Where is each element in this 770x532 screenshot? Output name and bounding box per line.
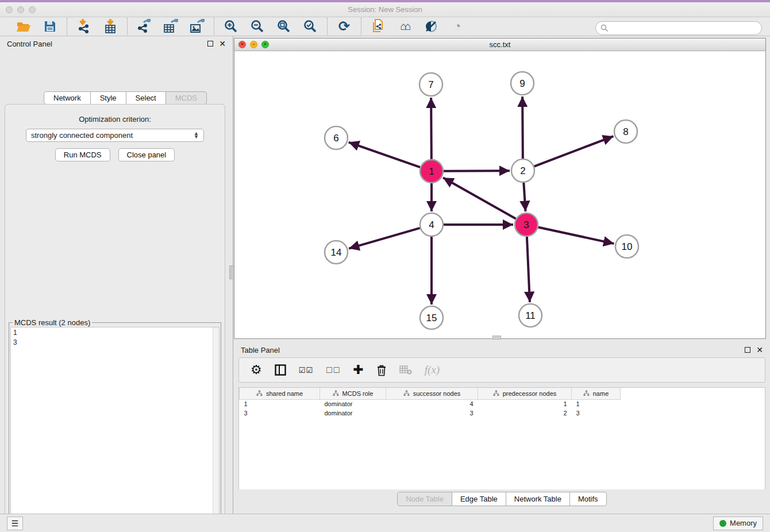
- graph-edge-2-3[interactable]: [523, 183, 525, 211]
- mcds-result-text: 1 3: [11, 327, 219, 348]
- close-panel-button[interactable]: Close panel: [118, 148, 175, 161]
- memory-status-dot: [719, 520, 726, 527]
- tab-style[interactable]: Style: [91, 91, 126, 105]
- graph-edge-1-7[interactable]: [431, 98, 432, 159]
- graph-edge-4-14[interactable]: [349, 228, 420, 249]
- table-cell[interactable]: 1: [478, 399, 572, 408]
- export-network-icon[interactable]: [136, 18, 153, 34]
- delete-table-icon[interactable]: [399, 365, 412, 375]
- graph-edge-3-11[interactable]: [527, 237, 530, 302]
- table-cell[interactable]: 3: [240, 408, 320, 418]
- network-graph[interactable]: 7968124314101511: [234, 51, 765, 338]
- task-history-button[interactable]: ☰: [7, 516, 23, 530]
- export-image-icon[interactable]: [188, 18, 206, 34]
- minimize-window-button[interactable]: [17, 6, 24, 13]
- column-header-label: successor nodes: [413, 390, 461, 397]
- birds-eye-view-icon[interactable]: ◔: [449, 18, 466, 34]
- zoom-out-icon[interactable]: [249, 18, 266, 34]
- table-options-gear-icon[interactable]: ⚙: [251, 363, 262, 377]
- zoom-fit-icon[interactable]: [275, 18, 292, 34]
- show-column-panel-icon[interactable]: [275, 364, 286, 376]
- select-stepper-icon: ▲ ▼: [194, 132, 199, 139]
- criterion-select[interactable]: strongly connected component ▲ ▼: [26, 129, 204, 142]
- graph-edge-2-9[interactable]: [522, 97, 523, 159]
- tab-network-table[interactable]: Network Table: [506, 492, 570, 506]
- horizontal-splitter-grip[interactable]: [492, 336, 501, 340]
- zoom-in-icon[interactable]: [222, 18, 240, 34]
- function-builder-icon[interactable]: f(x): [425, 364, 440, 376]
- column-header-label: name: [593, 390, 609, 397]
- create-column-icon[interactable]: ✚: [353, 363, 363, 377]
- toggle-graphics-details-icon[interactable]: [422, 18, 440, 34]
- mcds-result-scrollbar[interactable]: [213, 327, 219, 529]
- tab-mcds[interactable]: MCDS: [166, 91, 207, 105]
- network-view-window: ✕ − + scc.txt 7968124314101511: [234, 38, 766, 339]
- graph-edge-1-2[interactable]: [444, 171, 510, 171]
- control-panel: Control Panel ✕ Network Style Select MCD…: [0, 36, 233, 514]
- float-panel-icon[interactable]: [745, 347, 750, 353]
- maximize-window-button[interactable]: [29, 6, 36, 13]
- table-cell[interactable]: dominator: [320, 408, 386, 418]
- table-cell[interactable]: 2: [478, 408, 572, 418]
- hierarchy-icon: [583, 390, 590, 396]
- graph-node-label: 2: [520, 165, 525, 176]
- clone-network-icon[interactable]: [369, 18, 387, 34]
- status-bar: ☰ Memory: [0, 514, 770, 532]
- table-cell[interactable]: 1: [240, 399, 320, 408]
- first-neighbors-icon[interactable]: ⌂⌂: [396, 18, 413, 34]
- column-header-successor-nodes[interactable]: successor nodes: [386, 388, 478, 399]
- graph-edge-1-6[interactable]: [349, 142, 420, 167]
- tab-edge-table[interactable]: Edge Table: [452, 492, 506, 506]
- table-cell[interactable]: 4: [386, 399, 478, 408]
- table-cell[interactable]: 3: [572, 408, 621, 418]
- tab-motifs[interactable]: Motifs: [570, 492, 607, 506]
- column-header-shared-name[interactable]: shared name: [240, 388, 320, 399]
- import-network-icon[interactable]: [75, 18, 93, 34]
- table-panel-tabs: Node Table Edge Table Network Table Moti…: [234, 492, 770, 506]
- graph-edge-3-10[interactable]: [538, 227, 614, 244]
- column-header-predecessor-nodes[interactable]: predecessor nodes: [478, 388, 572, 399]
- save-session-icon[interactable]: [41, 18, 59, 34]
- import-table-icon[interactable]: [102, 18, 119, 34]
- column-header-MCDS-role[interactable]: MCDS role: [320, 388, 386, 399]
- delete-columns-trash-icon[interactable]: [376, 364, 387, 376]
- graph-node-label: 11: [525, 310, 536, 321]
- table-cell[interactable]: 1: [572, 399, 621, 408]
- export-table-icon[interactable]: [162, 18, 179, 34]
- zoom-selected-icon[interactable]: [302, 18, 319, 34]
- window-title: Session: New Session: [0, 5, 770, 14]
- table-cell[interactable]: dominator: [320, 399, 386, 408]
- close-window-button[interactable]: [6, 6, 13, 13]
- mcds-result-group: MCDS result (2 nodes) 1 3: [9, 318, 221, 532]
- float-panel-icon[interactable]: [207, 41, 213, 47]
- graph-edge-3-1[interactable]: [443, 178, 516, 218]
- graph-node-label: 1: [429, 166, 434, 177]
- table-row[interactable]: 1dominator411: [240, 399, 621, 408]
- criterion-selected-value: strongly connected component: [31, 131, 133, 140]
- mcds-tab-content: Optimization criterion: strongly connect…: [5, 104, 225, 532]
- graph-node-label: 9: [519, 78, 525, 89]
- tab-network[interactable]: Network: [44, 91, 91, 105]
- refresh-layout-icon[interactable]: ⟳: [336, 18, 353, 34]
- tab-node-table[interactable]: Node Table: [397, 492, 452, 506]
- network-window-titlebar[interactable]: ✕ − + scc.txt: [234, 38, 765, 51]
- close-panel-icon[interactable]: ✕: [756, 347, 763, 353]
- node-table[interactable]: shared nameMCDS rolesuccessor nodesprede…: [238, 387, 765, 489]
- deselect-all-columns-icon[interactable]: ☐☐: [326, 366, 340, 375]
- column-header-name[interactable]: name: [572, 388, 621, 399]
- select-all-columns-icon[interactable]: ☑☑: [299, 366, 313, 375]
- mcds-result-textarea[interactable]: 1 3: [10, 327, 220, 529]
- memory-button[interactable]: Memory: [713, 516, 763, 530]
- run-mcds-button[interactable]: Run MCDS: [55, 148, 110, 161]
- graph-node-label: 3: [523, 219, 529, 230]
- search-field[interactable]: [595, 21, 762, 35]
- tab-select[interactable]: Select: [126, 91, 166, 105]
- app-titlebar[interactable]: Session: New Session: [0, 2, 770, 17]
- search-input[interactable]: [609, 22, 761, 34]
- table-toolbar: ⚙ ☑☑ ☐☐ ✚ f(x): [238, 357, 765, 383]
- close-panel-icon[interactable]: ✕: [219, 41, 226, 47]
- table-cell[interactable]: 3: [386, 408, 478, 418]
- table-row[interactable]: 3dominator323: [240, 408, 621, 418]
- graph-edge-2-8[interactable]: [534, 136, 614, 166]
- open-file-icon[interactable]: [15, 18, 32, 34]
